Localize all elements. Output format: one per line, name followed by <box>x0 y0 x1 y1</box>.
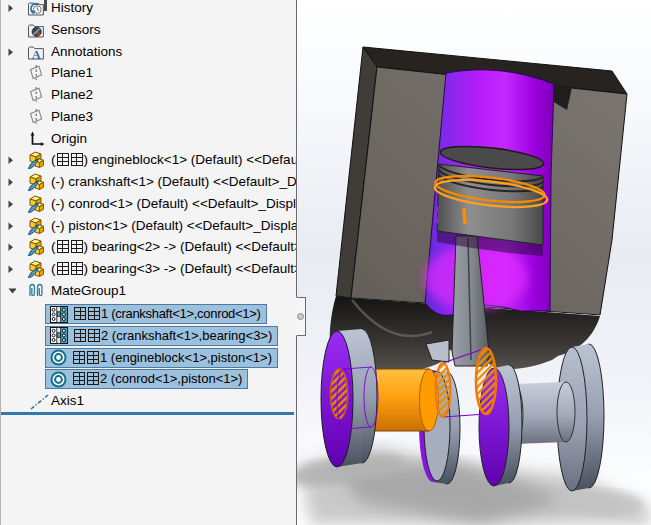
svg-text:A: A <box>32 47 41 61</box>
